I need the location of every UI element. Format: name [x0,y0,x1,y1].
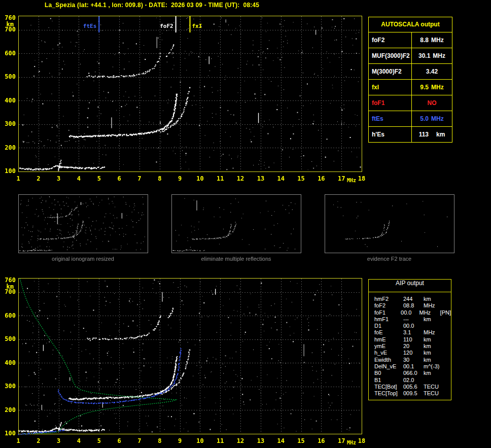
value-number: 3.42 [426,68,438,75]
aip-row-name: TEC[Bot] [374,384,403,390]
aip-row-unit: km [424,296,446,302]
aip-rows: hmF2244kmfoF208.8MHzfoF100.0MHz[PN]hmF1-… [369,292,451,397]
mini-panel-caption-evidence: evidence F2 trace [325,256,454,262]
aip-row-name: ymE [374,343,403,350]
aip-row-name: foE [374,329,403,336]
autoscala-row-value: 113km [412,127,452,142]
aip-row-name: hmE [374,336,403,343]
aip-row-value: 02.0 [403,377,424,384]
aip-row-name: Ewidth [374,357,403,363]
aip-row-unit: km [424,336,446,343]
aip-row: DelN_vE00.1m^(-3) [374,363,451,370]
autoscala-output-screen: { "title": "La_Spezia (lat: +44.1 , lon:… [0,0,491,448]
aip-row-name: D1 [374,323,403,329]
value-unit: MHz [431,84,444,91]
value-number: NO [428,99,437,107]
aip-row-name: DelN_vE [374,363,403,370]
aip-row-value: 30 [403,357,424,363]
autoscala-row: foF1NO [369,95,452,111]
autoscala-row-value: 8.8MHz [412,32,452,48]
mini-panel-caption-eliminate: eliminate multiple reflections [171,256,301,262]
autoscala-row: ftEs5.0MHz [369,111,452,127]
autoscala-row: foF28.8MHz [369,32,452,48]
aip-row-value: 3.1 [403,329,424,336]
aip-row-unit: m^(-3) [424,363,446,370]
autoscala-row-label: fxI [369,80,412,95]
aip-row-value: 08.8 [403,302,424,309]
aip-row-value: 00.0 [403,323,424,329]
value-number: 9.5 [420,84,429,91]
aip-row-unit: km [424,357,446,363]
aip-row-unit: MHz [419,309,440,316]
aip-row-name: foF2 [374,302,403,309]
aip-row-name: B0 [374,370,403,376]
aip-row: Ewidth30km [374,357,451,363]
aip-row-unit: km [424,350,446,356]
aip-output-table: AIP output hmF2244kmfoF208.8MHzfoF100.0M… [368,279,451,400]
aip-row-unit: MHz [424,302,446,309]
value-number: 5.0 [420,115,429,122]
aip-row: ymE20km [374,343,451,350]
autoscala-row-value: 5.0MHz [412,111,452,126]
aip-row: foE3.1MHz [374,329,451,336]
aip-row-value: 00.1 [403,363,424,370]
aip-row-name: h_vE [374,350,403,356]
aip-row: TEC[Bot]005.6TECU [374,384,451,390]
mini-panel-caption-original: original ionogram resized [18,256,148,262]
aip-row-value: 005.6 [403,384,424,390]
value-number: 113 [419,131,429,138]
autoscala-row-label: h'Es [369,127,412,142]
aip-row-value: 110 [403,336,424,343]
aip-row: hmF2244km [374,296,451,302]
aip-row-value: 066.0 [403,370,424,376]
autoscala-row: MUF(3000)F230.1MHz [369,48,452,64]
aip-row-unit: km [424,316,446,323]
aip-row: B102.0 [374,377,451,384]
autoscala-rows: foF28.8MHzMUF(3000)F230.1MHzM(3000)F23.4… [369,32,452,142]
value-unit: MHz [431,115,444,122]
aip-row-name: TEC[Top] [374,390,403,397]
value-number: 8.8 [420,37,429,44]
autoscala-row-label: foF2 [369,32,412,48]
autoscala-row-value: 3.42 [412,64,452,79]
aip-row: hmF1---km [374,316,451,323]
autoscala-row: M(3000)F23.42 [369,64,452,80]
aip-row-name: B1 [374,377,403,384]
autoscala-row-value: NO [412,95,452,111]
aip-row-name: hmF1 [374,316,403,323]
autoscala-row-label: ftEs [369,111,412,126]
aip-row-value: 00.0 [401,309,419,316]
autoscala-row-label: M(3000)F2 [369,64,412,79]
aip-row: D100.0 [374,323,451,329]
aip-row-unit: km [424,370,446,376]
aip-row-unit: TECU [424,384,446,390]
aip-output-title: AIP output [369,280,451,292]
aip-row-value: --- [403,316,424,323]
autoscala-row-label: foF1 [369,95,412,111]
aip-row-unit: TECU [424,390,446,397]
value-number: 30.1 [418,52,430,59]
aip-row: TEC[Top]009.5TECU [374,390,451,397]
aip-row-unit [424,377,446,384]
aip-row: h_vE120km [374,350,451,356]
value-unit: MHz [433,52,445,59]
autoscala-row-value: 30.1MHz [412,48,452,63]
aip-row: hmE110km [374,336,451,343]
aip-row: B0066.0km [374,370,451,376]
station-header: La_Spezia (lat: +44.1 , lon: 009.8) - DA… [45,2,259,9]
aip-row-name: foF1 [374,309,401,316]
aip-row-value: 009.5 [403,390,424,397]
autoscala-row-value: 9.5MHz [412,80,452,95]
aip-row-name: hmF2 [374,296,403,302]
value-unit: km [436,131,445,138]
aip-row-extra: [PN] [440,309,451,316]
aip-row-unit: MHz [424,329,446,336]
autoscala-row: h'Es113km [369,127,452,142]
autoscala-output-title: AUTOSCALA output [369,17,452,32]
autoscala-output-table: AUTOSCALA output foF28.8MHzMUF(3000)F230… [368,17,452,143]
aip-row: foF100.0MHz[PN] [374,309,451,316]
aip-row-value: 244 [403,296,424,302]
aip-row-unit: km [424,343,446,350]
aip-row-unit [424,323,446,329]
value-unit: MHz [431,37,444,44]
